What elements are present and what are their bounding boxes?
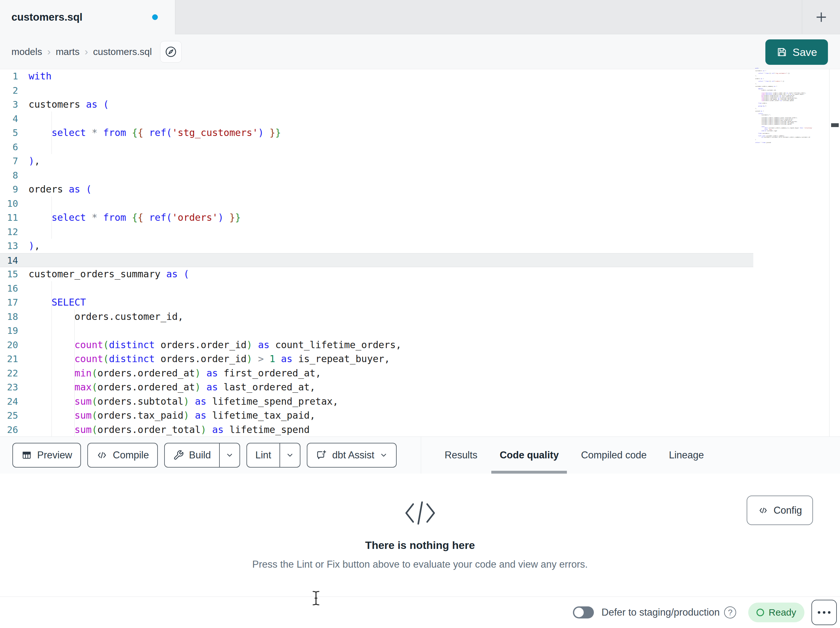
- file-tab-customers-sql[interactable]: customers.sql: [0, 0, 175, 34]
- build-menu-button[interactable]: [219, 443, 240, 467]
- preview-button-body: Preview: [13, 443, 81, 467]
- code-line[interactable]: 6: [0, 140, 753, 154]
- code-line[interactable]: 25 sum(orders.tax_paid) as lifetime_tax_…: [0, 408, 753, 423]
- overflow-menu-button[interactable]: [812, 600, 837, 625]
- breadcrumb-item-models[interactable]: models: [11, 46, 42, 57]
- line-number: 24: [0, 394, 18, 409]
- tab-compiled-code[interactable]: Compiled code: [581, 437, 647, 474]
- code-line[interactable]: 8: [0, 168, 753, 183]
- chevron-down-icon: [226, 451, 234, 459]
- line-number: 3: [0, 98, 18, 112]
- dbt-assist-button-body: dbt Assist: [308, 443, 396, 467]
- line-number: 16: [0, 282, 18, 296]
- code-text: count(distinct orders.order_id) > 1 as i…: [28, 352, 390, 366]
- action-toolbar: Preview Compile Build Lint: [0, 437, 840, 474]
- toggle-knob: [574, 607, 584, 617]
- dbt-assist-button[interactable]: dbt Assist: [307, 443, 397, 468]
- circle-outline-icon: [756, 609, 764, 616]
- code-line[interactable]: 12: [0, 225, 753, 239]
- breadcrumb-separator: ›: [47, 46, 51, 57]
- line-number: 21: [0, 352, 18, 366]
- line-number: 7: [0, 154, 18, 168]
- code-line[interactable]: 14: [0, 253, 753, 267]
- empty-state-subtitle: Press the Lint or Fix button above to ev…: [0, 559, 840, 570]
- toolbar-tabs-divider: [421, 437, 421, 474]
- tab-code-quality[interactable]: Code quality: [499, 437, 559, 474]
- code-text: with: [28, 69, 51, 84]
- code-text: orders.customer_id,: [28, 310, 183, 324]
- code-line[interactable]: 5 select * from {{ ref('stg_customers') …: [0, 126, 753, 140]
- code-line[interactable]: 4: [0, 112, 753, 126]
- code-line[interactable]: 26 sum(orders.order_total) as lifetime_s…: [0, 423, 753, 437]
- breadcrumb-item-file[interactable]: customers.sql: [93, 46, 152, 57]
- code-line[interactable]: 9orders as (: [0, 182, 753, 197]
- dbt-assist-button-label: dbt Assist: [332, 449, 374, 461]
- line-number: 12: [0, 225, 18, 239]
- code-line[interactable]: 15customer_orders_summary as (: [0, 267, 753, 282]
- code-line[interactable]: 19: [0, 324, 753, 338]
- line-number: 11: [0, 210, 18, 225]
- code-line[interactable]: 21 count(distinct orders.order_id) > 1 a…: [0, 352, 753, 366]
- code-line[interactable]: 20 count(distinct orders.order_id) as co…: [0, 338, 753, 352]
- code-text: SELECT: [28, 296, 86, 310]
- status-badge-label: Ready: [769, 607, 796, 618]
- code-line[interactable]: 10: [0, 197, 753, 211]
- code-editor[interactable]: 1with23customers as (45 select * from {{…: [0, 69, 840, 437]
- code-line[interactable]: 17 SELECT: [0, 296, 753, 310]
- status-badge[interactable]: Ready: [748, 603, 804, 622]
- breadcrumb-item-marts[interactable]: marts: [55, 46, 79, 57]
- line-number: 10: [0, 197, 18, 211]
- line-number: 5: [0, 126, 18, 140]
- chat-sparkle-icon: [316, 449, 327, 461]
- plus-icon: [814, 10, 828, 24]
- code-text: count(distinct orders.order_id) as count…: [28, 338, 401, 352]
- preview-button[interactable]: Preview: [13, 443, 81, 468]
- new-tab-button[interactable]: [808, 0, 835, 34]
- code-line[interactable]: 16: [0, 282, 753, 296]
- tab-lineage[interactable]: Lineage: [669, 437, 704, 474]
- line-number: 9: [0, 182, 18, 197]
- code-line[interactable]: 1with: [0, 69, 753, 84]
- code-line[interactable]: 3customers as (: [0, 98, 753, 112]
- minimap[interactable]: with customers as ( select * from {{ ref…: [755, 67, 829, 145]
- save-button[interactable]: Save: [765, 40, 828, 65]
- defer-toggle[interactable]: [573, 606, 594, 619]
- code-icon: [758, 506, 769, 515]
- locate-in-tree-button[interactable]: [160, 41, 182, 63]
- code-line[interactable]: 13),: [0, 239, 753, 253]
- code-text: max(orders.ordered_at) as last_ordered_a…: [28, 380, 315, 394]
- config-button[interactable]: Config: [747, 495, 813, 525]
- code-line[interactable]: 7),: [0, 154, 753, 168]
- scrollbar-thumb[interactable]: [831, 123, 839, 127]
- lint-menu-button[interactable]: [279, 443, 300, 467]
- help-icon[interactable]: ?: [724, 606, 736, 619]
- save-button-label: Save: [793, 46, 818, 59]
- code-line[interactable]: 23 max(orders.ordered_at) as last_ordere…: [0, 380, 753, 394]
- status-bar-right: Defer to staging/production ? Ready: [573, 600, 837, 625]
- line-number: 20: [0, 338, 18, 352]
- code-line[interactable]: 2: [0, 84, 753, 98]
- ellipsis-icon: [828, 611, 831, 614]
- code-text: sum(orders.order_total) as lifetime_spen…: [28, 423, 309, 437]
- compile-button-label: Compile: [113, 449, 149, 461]
- code-text: min(orders.ordered_at) as first_ordered_…: [28, 366, 321, 381]
- lint-button[interactable]: Lint: [246, 443, 300, 468]
- line-number: 23: [0, 380, 18, 394]
- code-line[interactable]: 24 sum(orders.subtotal) as lifetime_spen…: [0, 394, 753, 409]
- line-number: 4: [0, 112, 18, 126]
- file-tab-title: customers.sql: [11, 11, 82, 23]
- code-icon: [96, 450, 108, 460]
- code-line[interactable]: 18 orders.customer_id,: [0, 310, 753, 324]
- code-line[interactable]: 22 min(orders.ordered_at) as first_order…: [0, 366, 753, 381]
- breadcrumb-row: models › marts › customers.sql Save: [0, 34, 840, 69]
- code-line[interactable]: 11 select * from {{ ref('orders') }}: [0, 210, 753, 225]
- compass-icon: [164, 46, 177, 58]
- line-number: 26: [0, 423, 18, 437]
- code-text: customer_orders_summary as (: [28, 267, 189, 282]
- ellipsis-icon: [818, 611, 820, 614]
- build-button[interactable]: Build: [164, 443, 240, 468]
- tab-results[interactable]: Results: [445, 437, 477, 474]
- compile-button[interactable]: Compile: [87, 443, 158, 468]
- code-text: orders as (: [28, 182, 92, 197]
- unsaved-indicator-icon: [152, 14, 158, 20]
